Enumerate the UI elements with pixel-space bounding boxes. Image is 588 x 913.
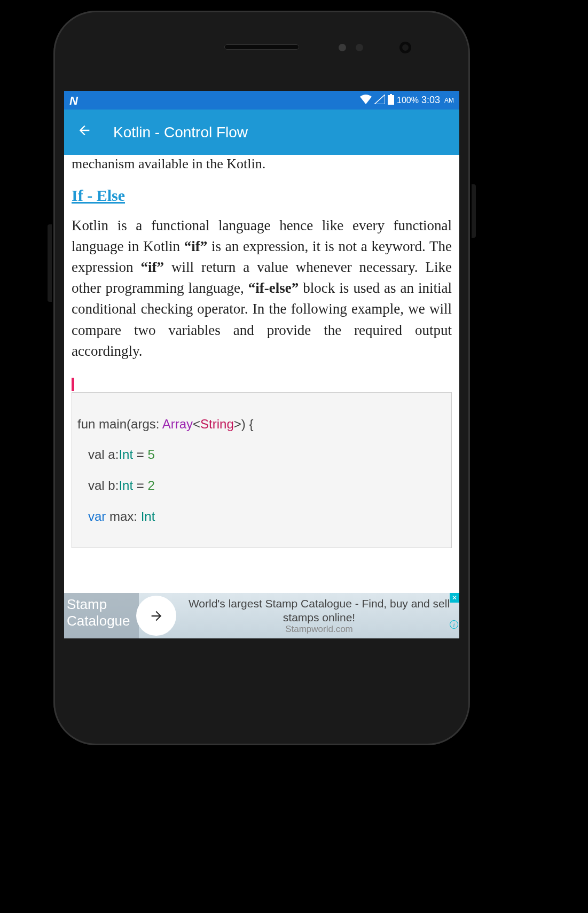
code-block: fun main(args: Array<String>) { val a:In… [72,392,452,548]
page-title: Kotlin - Control Flow [113,124,248,141]
code-line-2: val a:Int = 5 [77,439,446,470]
app-bar: Kotlin - Control Flow [64,110,459,155]
status-time: 3:03 [421,95,440,106]
ad-banner[interactable]: Stamp Catalogue World's largest Stamp Ca… [64,593,459,638]
back-button[interactable] [77,123,92,142]
paragraph-if-else: Kotlin is a functional language hence li… [72,215,452,362]
ad-text: World's largest Stamp Catalogue - Find, … [182,597,457,634]
battery-icon [388,94,394,107]
wifi-icon [360,95,372,106]
ad-arrow-button[interactable] [136,596,176,636]
code-line-4: var max: Int [77,501,446,532]
status-bar: 100% 3:03 AM [64,91,459,110]
phone-camera [399,42,411,53]
code-marker [72,378,74,391]
battery-percent: 100% [397,96,419,105]
phone-frame: 100% 3:03 AM Kotlin - Control Flow mecha… [53,11,470,745]
status-ampm: AM [444,97,454,104]
ad-headline: World's largest Stamp Catalogue - Find, … [182,597,457,623]
code-line-3: val b:Int = 2 [77,470,446,501]
android-n-icon [69,94,84,105]
phone-sensors [339,44,363,51]
phone-speaker [224,44,299,50]
ad-info-icon[interactable]: i [450,620,458,629]
screen: 100% 3:03 AM Kotlin - Control Flow mecha… [64,91,459,638]
section-heading: If - Else [72,186,452,205]
signal-icon [374,95,385,106]
phone-power-button [472,184,476,238]
ad-close-icon[interactable]: ✕ [450,593,459,603]
code-line-1: fun main(args: Array<String>) { [77,409,446,440]
ad-brand: Stamp Catalogue [64,593,139,638]
phone-volume-button [48,224,52,302]
svg-rect-1 [390,94,392,95]
content-area[interactable]: mechanism available in the Kotlin. If - … [64,155,459,548]
intro-fragment: mechanism available in the Kotlin. [72,155,452,173]
svg-rect-0 [388,95,394,105]
ad-url: Stampworld.com [182,624,457,635]
